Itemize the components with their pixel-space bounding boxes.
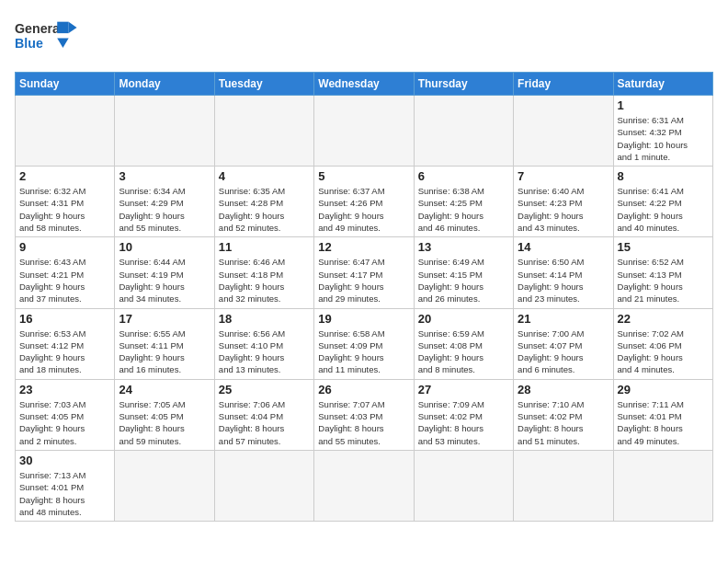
day-number: 20 — [418, 312, 509, 326]
calendar-body: 1Sunrise: 6:31 AM Sunset: 4:32 PM Daylig… — [16, 96, 713, 522]
svg-marker-2 — [57, 38, 68, 48]
day-number: 25 — [219, 383, 310, 396]
day-info: Sunrise: 6:47 AM Sunset: 4:17 PM Dayligh… — [318, 256, 409, 304]
day-info: Sunrise: 6:34 AM Sunset: 4:29 PM Dayligh… — [119, 185, 210, 234]
calendar-cell — [414, 96, 513, 167]
day-number: 30 — [19, 454, 110, 467]
day-header-wednesday: Wednesday — [314, 73, 414, 96]
calendar-cell — [16, 96, 115, 167]
day-number: 27 — [418, 383, 509, 396]
day-number: 13 — [418, 240, 509, 254]
day-number: 18 — [219, 312, 310, 326]
svg-marker-4 — [69, 22, 77, 33]
day-number: 24 — [119, 383, 210, 396]
calendar-cell: 14Sunrise: 6:50 AM Sunset: 4:14 PM Dayli… — [514, 237, 613, 308]
day-header-tuesday: Tuesday — [214, 73, 313, 96]
day-number: 6 — [418, 169, 509, 183]
calendar-cell: 26Sunrise: 7:07 AM Sunset: 4:03 PM Dayli… — [314, 379, 414, 450]
calendar-cell: 28Sunrise: 7:10 AM Sunset: 4:02 PM Dayli… — [514, 379, 613, 450]
day-number: 21 — [518, 312, 609, 326]
day-header-saturday: Saturday — [613, 73, 712, 96]
calendar-cell: 7Sunrise: 6:40 AM Sunset: 4:23 PM Daylig… — [514, 167, 613, 237]
calendar-cell: 16Sunrise: 6:53 AM Sunset: 4:12 PM Dayli… — [16, 308, 115, 379]
day-info: Sunrise: 7:09 AM Sunset: 4:02 PM Dayligh… — [418, 398, 509, 447]
day-info: Sunrise: 7:11 AM Sunset: 4:01 PM Dayligh… — [618, 398, 709, 447]
day-number: 11 — [219, 240, 310, 254]
day-info: Sunrise: 7:06 AM Sunset: 4:04 PM Dayligh… — [219, 398, 310, 447]
day-number: 3 — [119, 169, 210, 183]
page: General Blue SundayMondayTuesdayWednesda… — [0, 0, 728, 563]
day-number: 8 — [618, 169, 709, 183]
day-number: 5 — [318, 169, 409, 183]
day-number: 10 — [119, 240, 210, 254]
day-info: Sunrise: 6:41 AM Sunset: 4:22 PM Dayligh… — [618, 185, 709, 234]
logo: General Blue — [15, 15, 88, 61]
day-info: Sunrise: 6:59 AM Sunset: 4:08 PM Dayligh… — [418, 327, 509, 376]
calendar-cell: 9Sunrise: 6:43 AM Sunset: 4:21 PM Daylig… — [16, 237, 115, 308]
calendar-cell: 22Sunrise: 7:02 AM Sunset: 4:06 PM Dayli… — [613, 308, 712, 379]
calendar-week-2: 9Sunrise: 6:43 AM Sunset: 4:21 PM Daylig… — [16, 237, 713, 308]
calendar-week-0: 1Sunrise: 6:31 AM Sunset: 4:32 PM Daylig… — [16, 96, 713, 167]
calendar-cell — [514, 450, 613, 521]
day-info: Sunrise: 6:35 AM Sunset: 4:28 PM Dayligh… — [219, 185, 310, 234]
day-info: Sunrise: 6:55 AM Sunset: 4:11 PM Dayligh… — [119, 327, 210, 376]
day-info: Sunrise: 6:56 AM Sunset: 4:10 PM Dayligh… — [219, 327, 310, 376]
day-info: Sunrise: 6:32 AM Sunset: 4:31 PM Dayligh… — [19, 185, 110, 234]
day-number: 2 — [19, 169, 110, 183]
calendar-week-4: 23Sunrise: 7:03 AM Sunset: 4:05 PM Dayli… — [16, 379, 713, 450]
day-info: Sunrise: 7:05 AM Sunset: 4:05 PM Dayligh… — [119, 398, 210, 447]
calendar-table: SundayMondayTuesdayWednesdayThursdayFrid… — [15, 72, 713, 522]
day-header-row: SundayMondayTuesdayWednesdayThursdayFrid… — [16, 73, 713, 96]
calendar-cell — [214, 96, 313, 167]
day-number: 29 — [618, 383, 709, 396]
calendar-cell — [115, 450, 214, 521]
calendar-cell: 19Sunrise: 6:58 AM Sunset: 4:09 PM Dayli… — [314, 308, 414, 379]
calendar-cell: 1Sunrise: 6:31 AM Sunset: 4:32 PM Daylig… — [613, 96, 712, 167]
day-info: Sunrise: 6:38 AM Sunset: 4:25 PM Dayligh… — [418, 185, 509, 234]
day-info: Sunrise: 7:00 AM Sunset: 4:07 PM Dayligh… — [518, 327, 609, 376]
calendar-cell: 13Sunrise: 6:49 AM Sunset: 4:15 PM Dayli… — [414, 237, 513, 308]
day-info: Sunrise: 7:03 AM Sunset: 4:05 PM Dayligh… — [19, 398, 110, 447]
day-number: 7 — [518, 169, 609, 183]
day-number: 16 — [19, 312, 110, 326]
calendar-cell: 4Sunrise: 6:35 AM Sunset: 4:28 PM Daylig… — [214, 167, 313, 237]
calendar-cell: 18Sunrise: 6:56 AM Sunset: 4:10 PM Dayli… — [214, 308, 313, 379]
day-number: 4 — [219, 169, 310, 183]
day-number: 15 — [618, 240, 709, 254]
calendar-cell — [214, 450, 313, 521]
calendar-cell: 2Sunrise: 6:32 AM Sunset: 4:31 PM Daylig… — [16, 167, 115, 237]
day-info: Sunrise: 6:52 AM Sunset: 4:13 PM Dayligh… — [618, 256, 709, 304]
day-header-friday: Friday — [514, 73, 613, 96]
calendar-cell: 29Sunrise: 7:11 AM Sunset: 4:01 PM Dayli… — [613, 379, 712, 450]
calendar-cell — [314, 96, 414, 167]
day-number: 28 — [518, 383, 609, 396]
calendar-cell: 20Sunrise: 6:59 AM Sunset: 4:08 PM Dayli… — [414, 308, 513, 379]
calendar-cell — [115, 96, 214, 167]
calendar-week-3: 16Sunrise: 6:53 AM Sunset: 4:12 PM Dayli… — [16, 308, 713, 379]
day-info: Sunrise: 6:49 AM Sunset: 4:15 PM Dayligh… — [418, 256, 509, 304]
calendar-cell: 27Sunrise: 7:09 AM Sunset: 4:02 PM Dayli… — [414, 379, 513, 450]
day-number: 14 — [518, 240, 609, 254]
calendar-cell: 8Sunrise: 6:41 AM Sunset: 4:22 PM Daylig… — [613, 167, 712, 237]
day-number: 22 — [618, 312, 709, 326]
calendar-week-1: 2Sunrise: 6:32 AM Sunset: 4:31 PM Daylig… — [16, 167, 713, 237]
logo-svg: General Blue — [15, 15, 88, 61]
day-info: Sunrise: 7:07 AM Sunset: 4:03 PM Dayligh… — [318, 398, 409, 447]
day-number: 9 — [19, 240, 110, 254]
calendar-cell: 25Sunrise: 7:06 AM Sunset: 4:04 PM Dayli… — [214, 379, 313, 450]
day-info: Sunrise: 6:50 AM Sunset: 4:14 PM Dayligh… — [518, 256, 609, 304]
day-info: Sunrise: 6:44 AM Sunset: 4:19 PM Dayligh… — [119, 256, 210, 304]
calendar-cell: 24Sunrise: 7:05 AM Sunset: 4:05 PM Dayli… — [115, 379, 214, 450]
day-number: 19 — [318, 312, 409, 326]
day-info: Sunrise: 7:02 AM Sunset: 4:06 PM Dayligh… — [618, 327, 709, 376]
day-info: Sunrise: 6:37 AM Sunset: 4:26 PM Dayligh… — [318, 185, 409, 234]
svg-text:Blue: Blue — [15, 36, 43, 51]
calendar-cell: 6Sunrise: 6:38 AM Sunset: 4:25 PM Daylig… — [414, 167, 513, 237]
calendar-cell: 23Sunrise: 7:03 AM Sunset: 4:05 PM Dayli… — [16, 379, 115, 450]
day-number: 23 — [19, 383, 110, 396]
calendar-header: SundayMondayTuesdayWednesdayThursdayFrid… — [16, 73, 713, 96]
day-header-sunday: Sunday — [16, 73, 115, 96]
day-number: 1 — [618, 98, 709, 112]
calendar-cell: 17Sunrise: 6:55 AM Sunset: 4:11 PM Dayli… — [115, 308, 214, 379]
header: General Blue — [15, 15, 713, 61]
